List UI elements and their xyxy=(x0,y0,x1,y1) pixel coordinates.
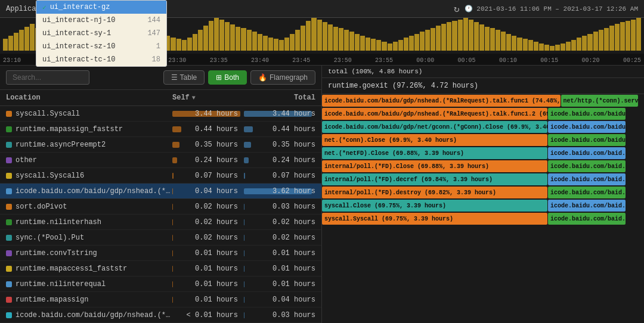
flame-block[interactable]: internal/poll.(*FD).Close (69.88%, 3.39 … xyxy=(322,160,547,172)
search-input[interactable] xyxy=(6,70,89,85)
table-row[interactable]: runtime.mapassign_faststr 0.44 hours 0.4… xyxy=(0,122,321,137)
flame-row: internal/poll.(*FD).decref (69.84%, 3.39… xyxy=(322,173,644,186)
table-row[interactable]: runtime.mapassign 0.01 hours 0.04 hours xyxy=(0,292,321,308)
table-view-button[interactable]: ☰ Table xyxy=(163,70,205,85)
both-icon: ⊞ xyxy=(216,73,222,82)
table-header: Location Self ▼ Total xyxy=(0,90,321,106)
col-self-header[interactable]: Self ▼ xyxy=(172,94,244,102)
flame-block[interactable]: icode.baidu.com/baid... xyxy=(548,187,626,198)
timeline-bar xyxy=(501,32,506,51)
flame-block[interactable]: internal/poll.(*FD).destroy (69.82%, 3.3… xyxy=(322,187,547,198)
check-icon: ✓ xyxy=(42,4,47,11)
app-selector[interactable]: Application ui_interact-gz ▼ ✓ ui_intera… xyxy=(6,5,125,13)
dropdown-count: 147 xyxy=(147,29,160,38)
color-dot xyxy=(6,111,12,117)
timeline-bar xyxy=(555,45,560,51)
timeline-bar xyxy=(171,38,175,51)
table-row[interactable]: runtime.nilinterhash 0.02 hours 0.02 hou… xyxy=(0,215,321,230)
flame-block[interactable]: internal/poll.(*FD).decref (69.84%, 3.39… xyxy=(322,173,547,185)
flame-block[interactable]: icode.baidu.com/baidu... xyxy=(548,108,626,120)
flame-block[interactable]: icode.baidu.com/baid... xyxy=(548,160,626,172)
timeline-bar xyxy=(388,44,392,51)
flame-block[interactable]: net.(*netFD).Close (69.88%, 3.39 hours) xyxy=(322,147,547,159)
table-row[interactable]: runtime.nilinterequal 0.01 hours 0.01 ho… xyxy=(0,277,321,292)
total-cell: 0.01 hours xyxy=(244,280,315,288)
flame-block[interactable]: net/http.(*conn).serve... xyxy=(561,95,639,107)
timeline-bar xyxy=(609,26,614,51)
flame-block[interactable]: icode.baidu.com/baidu/gdp/nshead.(*RalRe… xyxy=(322,95,561,107)
dropdown-item-0[interactable]: ✓ ui_interact-gz xyxy=(36,1,166,14)
flamegraph-label: Flamegraph xyxy=(270,73,308,82)
timeline-bar xyxy=(571,40,576,51)
location-text: other xyxy=(16,156,37,164)
location-cell: runtime.nilinterhash xyxy=(6,218,172,226)
location-text: sort.doPivot xyxy=(16,203,67,211)
flamegraph-view-button[interactable]: 🔥 Flamegraph xyxy=(250,70,315,85)
flame-block[interactable]: net.(*conn).Close (69.9%, 3.40 hours) xyxy=(322,134,547,146)
timeline-bar xyxy=(631,20,636,51)
timeline-bar xyxy=(604,28,609,51)
timeline-bar xyxy=(193,34,197,51)
flame-block[interactable]: icode.baidu.com/baidu... xyxy=(548,134,626,146)
table-row[interactable]: runtime.asyncPreempt2 0.35 hours 0.35 ho… xyxy=(0,137,321,153)
table-row[interactable]: runtime.mapaccess1_faststr 0.01 hours 0.… xyxy=(0,261,321,277)
flame-block[interactable]: icode.baidu.com/baid... xyxy=(548,200,626,212)
flame-block[interactable]: syscall.Syscall (69.75%, 3.39 hours) xyxy=(322,213,547,225)
self-cell: 0.04 hours xyxy=(172,187,244,195)
flame-total: total (100%, 4.86 hours) xyxy=(322,66,644,78)
self-cell: 0.35 hours xyxy=(172,141,244,149)
total-bar xyxy=(244,297,244,303)
self-value: 0.01 hours xyxy=(195,265,238,273)
color-dot xyxy=(6,173,12,179)
toolbar: ☰ Table ⊞ Both 🔥 Flamegraph xyxy=(0,66,321,90)
table-row[interactable]: other 0.24 hours 0.24 hours xyxy=(0,153,321,168)
total-bar xyxy=(244,126,253,132)
timeline-bar xyxy=(177,39,181,51)
timeline-bar xyxy=(376,40,381,51)
table-row[interactable]: syscall.Syscall6 0.07 hours 0.07 hours xyxy=(0,168,321,184)
app-dropdown[interactable]: ✓ ui_interact-gz ui_interact-nj-10 144 u… xyxy=(36,0,167,67)
timeline-bar xyxy=(252,32,257,51)
timeline-bar xyxy=(295,30,300,51)
timeline-bar xyxy=(599,30,603,51)
total-cell: 0.01 hours xyxy=(244,249,315,257)
timeline-bar xyxy=(550,46,555,51)
dropdown-item-4[interactable]: ui_interact-tc-10 18 xyxy=(36,53,166,66)
refresh-icon[interactable]: ↻ xyxy=(454,3,460,15)
flame-block[interactable]: syscall.Close (69.75%, 3.39 hours) xyxy=(322,200,547,212)
flame-row: icode.baidu.com/baidu/gdp/nshead.(*RalRe… xyxy=(322,107,644,120)
timeline-bar xyxy=(371,39,376,51)
dropdown-item-3[interactable]: ui_interact-sz-10 1 xyxy=(36,40,166,53)
top-bar: Application ui_interact-gz ▼ ✓ ui_intera… xyxy=(0,0,644,18)
table-row[interactable]: sort.doPivot 0.02 hours 0.03 hours xyxy=(0,199,321,215)
table-row[interactable]: icode.baidu.com/baidu/gdp/nshead.(*RalRe… xyxy=(0,184,321,199)
flame-block[interactable]: icode.baidu.com/baidu/gdp/nshead.(*RalRe… xyxy=(322,108,547,120)
flame-block[interactable]: icode.baidu.com/baidu/gdp/net/gconn.(*gC… xyxy=(322,121,547,133)
self-cell: 0.01 hours xyxy=(172,280,244,288)
table-row[interactable]: runtime.convTstring 0.01 hours 0.01 hour… xyxy=(0,246,321,261)
both-view-button[interactable]: ⊞ Both xyxy=(208,70,247,85)
dropdown-item-1[interactable]: ui_interact-nj-10 144 xyxy=(36,14,166,27)
timeline-bar xyxy=(3,39,8,51)
total-value: 0.01 hours xyxy=(273,249,315,257)
timeline-bar xyxy=(8,36,13,51)
timeline-bar xyxy=(360,36,365,51)
location-cell: runtime.nilinterequal xyxy=(6,280,172,288)
timeline-bar xyxy=(577,38,581,51)
flame-row: syscall.Close (69.75%, 3.39 hours)icode.… xyxy=(322,199,644,212)
self-cell: 0.02 hours xyxy=(172,218,244,226)
flame-block[interactable]: icode.baidu.com/baid... xyxy=(548,147,626,159)
color-dot xyxy=(6,219,12,225)
dropdown-item-2[interactable]: ui_interact-sy-1 147 xyxy=(36,27,166,40)
location-text: runtime.nilinterhash xyxy=(16,218,101,226)
table-row[interactable]: syscall.Syscall 3.44 hours 3.44 hours xyxy=(0,106,321,122)
self-cell: 0.44 hours xyxy=(172,125,244,133)
location-text: runtime.mapaccess1_faststr xyxy=(16,265,127,273)
flame-block[interactable]: icode.baidu.com/baidu... xyxy=(548,121,626,133)
flame-block[interactable]: icode.baidu.com/baid... xyxy=(548,213,626,225)
table-row[interactable]: icode.baidu.com/baidu/gdp/nshead.(*reade… xyxy=(0,308,321,323)
location-text: sync.(*Pool).Put xyxy=(16,234,84,242)
total-value: 0.35 hours xyxy=(273,141,315,149)
flame-block[interactable]: icode.baidu.com/baid... xyxy=(548,173,626,185)
table-row[interactable]: sync.(*Pool).Put 0.02 hours 0.02 hours xyxy=(0,230,321,246)
